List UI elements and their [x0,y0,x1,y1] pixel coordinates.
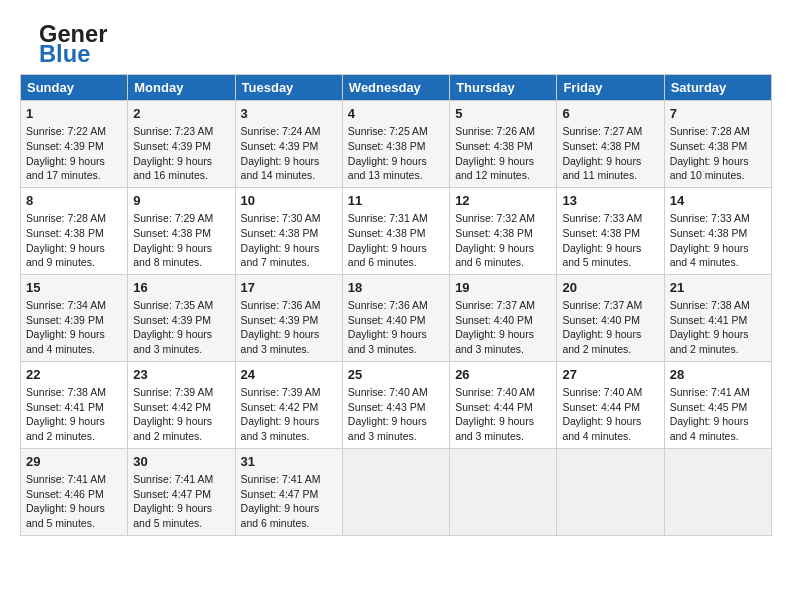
calendar-cell: 21Sunrise: 7:38 AMSunset: 4:41 PMDayligh… [664,274,771,361]
day-info: Daylight: 9 hours and 6 minutes. [241,501,337,530]
calendar-cell: 22Sunrise: 7:38 AMSunset: 4:41 PMDayligh… [21,361,128,448]
day-number: 4 [348,105,444,123]
day-number: 13 [562,192,658,210]
day-info: Sunrise: 7:26 AM [455,124,551,139]
day-info: Sunrise: 7:40 AM [455,385,551,400]
day-info: Sunset: 4:40 PM [562,313,658,328]
week-row-4: 22Sunrise: 7:38 AMSunset: 4:41 PMDayligh… [21,361,772,448]
day-info: Sunrise: 7:28 AM [670,124,766,139]
day-info: Sunrise: 7:27 AM [562,124,658,139]
day-info: Sunrise: 7:36 AM [241,298,337,313]
day-number: 18 [348,279,444,297]
day-info: Sunrise: 7:24 AM [241,124,337,139]
day-number: 31 [241,453,337,471]
day-number: 28 [670,366,766,384]
day-number: 21 [670,279,766,297]
calendar-cell: 6Sunrise: 7:27 AMSunset: 4:38 PMDaylight… [557,101,664,188]
day-info: Sunset: 4:39 PM [241,313,337,328]
calendar-cell: 16Sunrise: 7:35 AMSunset: 4:39 PMDayligh… [128,274,235,361]
day-info: Sunset: 4:39 PM [241,139,337,154]
day-info: Sunrise: 7:28 AM [26,211,122,226]
day-info: Daylight: 9 hours and 3 minutes. [455,327,551,356]
calendar-cell: 19Sunrise: 7:37 AMSunset: 4:40 PMDayligh… [450,274,557,361]
day-info: Daylight: 9 hours and 2 minutes. [133,414,229,443]
day-info: Sunset: 4:44 PM [562,400,658,415]
week-row-2: 8Sunrise: 7:28 AMSunset: 4:38 PMDaylight… [21,187,772,274]
day-info: Daylight: 9 hours and 10 minutes. [670,154,766,183]
day-info: Sunset: 4:39 PM [26,139,122,154]
day-info: Sunset: 4:44 PM [455,400,551,415]
day-info: Daylight: 9 hours and 2 minutes. [670,327,766,356]
day-info: Sunset: 4:42 PM [241,400,337,415]
calendar-cell: 12Sunrise: 7:32 AMSunset: 4:38 PMDayligh… [450,187,557,274]
week-row-1: 1Sunrise: 7:22 AMSunset: 4:39 PMDaylight… [21,101,772,188]
day-info: Daylight: 9 hours and 8 minutes. [133,241,229,270]
calendar-cell: 5Sunrise: 7:26 AMSunset: 4:38 PMDaylight… [450,101,557,188]
day-number: 14 [670,192,766,210]
day-info: Sunrise: 7:29 AM [133,211,229,226]
calendar-cell: 17Sunrise: 7:36 AMSunset: 4:39 PMDayligh… [235,274,342,361]
calendar-cell: 29Sunrise: 7:41 AMSunset: 4:46 PMDayligh… [21,448,128,535]
day-info: Daylight: 9 hours and 3 minutes. [241,327,337,356]
day-info: Sunset: 4:38 PM [562,226,658,241]
day-info: Sunset: 4:38 PM [670,226,766,241]
day-info: Daylight: 9 hours and 12 minutes. [455,154,551,183]
day-info: Daylight: 9 hours and 4 minutes. [26,327,122,356]
day-number: 24 [241,366,337,384]
day-number: 19 [455,279,551,297]
day-info: Daylight: 9 hours and 2 minutes. [562,327,658,356]
day-info: Sunrise: 7:38 AM [26,385,122,400]
day-info: Sunrise: 7:35 AM [133,298,229,313]
day-info: Sunrise: 7:40 AM [562,385,658,400]
day-number: 3 [241,105,337,123]
day-info: Sunrise: 7:34 AM [26,298,122,313]
day-info: Sunrise: 7:32 AM [455,211,551,226]
day-number: 6 [562,105,658,123]
day-info: Sunrise: 7:33 AM [670,211,766,226]
day-info: Sunset: 4:38 PM [26,226,122,241]
day-number: 2 [133,105,229,123]
calendar-cell: 31Sunrise: 7:41 AMSunset: 4:47 PMDayligh… [235,448,342,535]
day-info: Sunset: 4:39 PM [26,313,122,328]
calendar-cell: 1Sunrise: 7:22 AMSunset: 4:39 PMDaylight… [21,101,128,188]
day-number: 26 [455,366,551,384]
calendar-cell: 4Sunrise: 7:25 AMSunset: 4:38 PMDaylight… [342,101,449,188]
day-info: Daylight: 9 hours and 5 minutes. [133,501,229,530]
calendar-cell [342,448,449,535]
day-info: Sunset: 4:40 PM [348,313,444,328]
day-info: Sunrise: 7:40 AM [348,385,444,400]
calendar-cell: 25Sunrise: 7:40 AMSunset: 4:43 PMDayligh… [342,361,449,448]
calendar-page: General Blue SundayMondayTuesdayWednesda… [0,0,792,612]
calendar-cell: 10Sunrise: 7:30 AMSunset: 4:38 PMDayligh… [235,187,342,274]
week-row-3: 15Sunrise: 7:34 AMSunset: 4:39 PMDayligh… [21,274,772,361]
day-info: Sunrise: 7:39 AM [133,385,229,400]
day-number: 20 [562,279,658,297]
calendar-cell [557,448,664,535]
calendar-cell: 13Sunrise: 7:33 AMSunset: 4:38 PMDayligh… [557,187,664,274]
calendar-cell: 14Sunrise: 7:33 AMSunset: 4:38 PMDayligh… [664,187,771,274]
day-info: Daylight: 9 hours and 16 minutes. [133,154,229,183]
day-info: Daylight: 9 hours and 2 minutes. [26,414,122,443]
day-info: Sunrise: 7:41 AM [241,472,337,487]
day-info: Daylight: 9 hours and 5 minutes. [562,241,658,270]
day-number: 9 [133,192,229,210]
header: General Blue [20,16,772,66]
day-info: Sunrise: 7:38 AM [670,298,766,313]
day-info: Sunrise: 7:37 AM [455,298,551,313]
day-info: Sunrise: 7:41 AM [670,385,766,400]
day-header-wednesday: Wednesday [342,75,449,101]
calendar-cell: 18Sunrise: 7:36 AMSunset: 4:40 PMDayligh… [342,274,449,361]
calendar-cell [664,448,771,535]
day-number: 23 [133,366,229,384]
calendar-cell: 3Sunrise: 7:24 AMSunset: 4:39 PMDaylight… [235,101,342,188]
day-info: Sunset: 4:38 PM [133,226,229,241]
day-header-sunday: Sunday [21,75,128,101]
day-number: 25 [348,366,444,384]
day-header-monday: Monday [128,75,235,101]
day-info: Sunset: 4:45 PM [670,400,766,415]
day-info: Sunset: 4:41 PM [670,313,766,328]
day-number: 16 [133,279,229,297]
day-info: Sunrise: 7:39 AM [241,385,337,400]
day-number: 29 [26,453,122,471]
day-number: 22 [26,366,122,384]
